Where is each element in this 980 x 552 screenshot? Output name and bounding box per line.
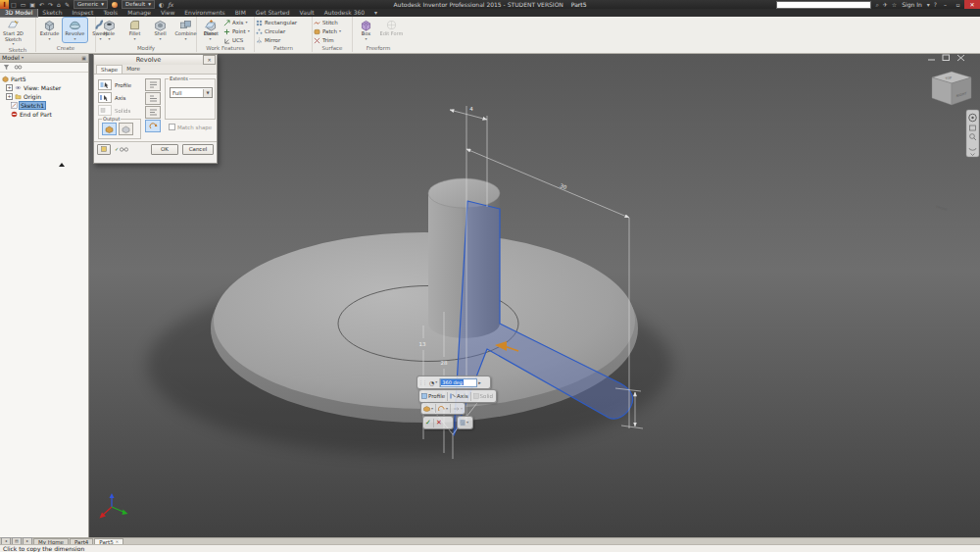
expand-icon[interactable]: +	[6, 84, 13, 91]
filter-icon[interactable]	[3, 64, 10, 71]
tab-inspect[interactable]: Inspect	[68, 9, 99, 17]
extents-dropdown[interactable]: Full ▼	[170, 87, 213, 98]
browser-header[interactable]: Model▾ ▣	[0, 53, 88, 63]
tab-autodesk-360[interactable]: Autodesk 360	[319, 9, 369, 17]
symmetric-button[interactable]	[145, 106, 161, 119]
home-icon[interactable]: ⌂	[57, 0, 61, 9]
minimize-button[interactable]: –	[939, 0, 952, 9]
mini-output-button[interactable]: ▾	[421, 404, 436, 413]
viewport-3d[interactable]: 4 30 13 28 TOP FRONT RI	[88, 53, 980, 537]
appearance-combo[interactable]: Default▾	[122, 0, 155, 9]
ucs-button[interactable]: UCS	[223, 36, 250, 44]
tree-item-part[interactable]: Part5	[2, 75, 88, 83]
preview-checkbox[interactable]: ✓	[115, 146, 128, 152]
tab-view[interactable]: View	[156, 9, 179, 17]
search-icon[interactable]: ⌕	[875, 0, 878, 9]
output-surface-button[interactable]	[119, 123, 133, 135]
mirror-button[interactable]: Mirror	[256, 36, 297, 44]
mini-direction-button[interactable]: ▾	[436, 404, 451, 413]
save-icon[interactable]: ▣	[29, 0, 35, 9]
panel-label-surface[interactable]: Surface	[313, 45, 352, 52]
dialog-title-bar[interactable]: Revolve ✕	[94, 55, 217, 65]
mini-profile-button[interactable]: Profile	[419, 392, 448, 401]
mini-solid-button[interactable]: Solid	[471, 392, 495, 401]
ok-button[interactable]: OK	[151, 144, 178, 155]
extrude-button[interactable]: Extrude▾	[37, 18, 62, 42]
panel-label-freeform[interactable]: Freeform	[353, 45, 404, 52]
output-solid-button[interactable]	[102, 123, 117, 135]
mini-options-button[interactable]: ▾	[458, 419, 470, 427]
tab-bim[interactable]: BIM	[230, 9, 251, 17]
profile-selector[interactable]: Profile	[98, 79, 131, 90]
tree-item-sketch1[interactable]: Sketch1	[2, 101, 88, 110]
revolve-button[interactable]: Revolve▾	[63, 18, 87, 42]
solids-selector[interactable]: Solids	[98, 105, 130, 116]
start-2d-sketch-button[interactable]: Start 2D Sketch ▾	[1, 18, 25, 47]
dialog-close-icon[interactable]: ✕	[203, 55, 216, 65]
restore-button[interactable]: ▫	[952, 0, 964, 9]
tab-vault[interactable]: Vault	[295, 9, 319, 17]
panel-label-modify[interactable]: Modify	[96, 45, 196, 52]
favorites-icon[interactable]: ☆	[892, 0, 897, 9]
panel-label-work-features[interactable]: Work Features	[197, 45, 254, 52]
tab-manage[interactable]: Manage	[122, 9, 156, 17]
plane-button[interactable]: Plane▾	[198, 18, 222, 42]
close-button[interactable]: ✕	[964, 0, 980, 9]
new-file-icon[interactable]: □	[11, 0, 17, 9]
stitch-button[interactable]: Stitch	[314, 19, 341, 26]
material-combo[interactable]: Generic▾	[74, 0, 108, 9]
tree-item-end-of-part[interactable]: End of Part	[2, 110, 88, 119]
undo-icon[interactable]: ↶	[39, 0, 44, 9]
combine-button[interactable]: Combine▾	[173, 18, 198, 42]
match-shape-checkbox[interactable]: Match shape	[169, 124, 212, 130]
a360-icon[interactable]: ▾	[927, 0, 930, 9]
angle-spinner-icon[interactable]: ▸	[477, 379, 482, 385]
print-icon[interactable]: ✎	[65, 0, 70, 9]
tree-item-origin[interactable]: + Origin	[2, 92, 88, 101]
cancel-button[interactable]: Cancel	[182, 144, 214, 155]
freeform-box-button[interactable]: Box▾	[354, 18, 378, 42]
tree-item-view-master[interactable]: + View: Master	[2, 83, 88, 92]
tab-3d-model[interactable]: 3D Model	[0, 9, 37, 17]
asymmetric-button[interactable]	[145, 120, 161, 132]
dialog-options-button[interactable]	[97, 144, 111, 155]
trim-button[interactable]: Trim	[314, 36, 341, 44]
mini-axis-button[interactable]: Axis	[448, 392, 470, 401]
angle-input[interactable]: 360 deg	[440, 378, 477, 387]
help-search-input[interactable]	[776, 1, 871, 9]
angle-button[interactable]: ◔▾	[427, 378, 440, 387]
dialog-expand-icon[interactable]	[59, 163, 65, 167]
fillet-button[interactable]: Fillet▾	[122, 18, 147, 42]
patch-button[interactable]: Patch▾	[314, 27, 341, 35]
adjust-icon[interactable]: ◐	[159, 0, 164, 9]
parameters-fx-icon[interactable]: ƒx	[168, 0, 173, 9]
expand-icon[interactable]: +	[6, 93, 13, 100]
direction2-button[interactable]	[145, 92, 161, 105]
exchange-icon[interactable]: ✈	[883, 0, 888, 9]
hole-button[interactable]: Hole▾	[97, 18, 122, 42]
tab-environments[interactable]: Environments	[179, 9, 229, 17]
redo-icon[interactable]: ↷	[48, 0, 53, 9]
search-tree-icon[interactable]	[14, 64, 23, 71]
help-icon[interactable]: ?	[934, 0, 937, 9]
axis-selector[interactable]: Axis	[98, 92, 125, 103]
dialog-tab-shape[interactable]: Shape	[96, 65, 122, 74]
grip-icon[interactable]: ⋮⋮	[417, 379, 427, 385]
inventor-logo-icon[interactable]: I	[0, 0, 9, 9]
panel-label-create[interactable]: Create	[36, 45, 95, 52]
panel-label-sketch[interactable]: Sketch	[0, 47, 35, 54]
tab-get-started[interactable]: Get Started	[251, 9, 295, 17]
ribbon-options-icon[interactable]: ▾	[369, 9, 382, 17]
mini-flip-button[interactable]: ▾	[451, 404, 465, 413]
tab-tools[interactable]: Tools	[98, 9, 122, 17]
axis-button[interactable]: Axis▾	[223, 19, 250, 26]
open-icon[interactable]: ▭	[21, 0, 26, 9]
pin-icon[interactable]: ▣	[81, 55, 86, 61]
circular-pattern-button[interactable]: Circular	[256, 27, 297, 35]
rectangular-pattern-button[interactable]: Rectangular	[256, 19, 297, 26]
cancel-x-button[interactable]: ✕	[434, 419, 444, 427]
apply-ok-button[interactable]: ✓	[423, 419, 434, 427]
point-button[interactable]: Point▾	[223, 27, 250, 35]
sign-in-link[interactable]: Sign In	[902, 1, 922, 8]
panel-label-pattern[interactable]: Pattern	[255, 45, 312, 52]
